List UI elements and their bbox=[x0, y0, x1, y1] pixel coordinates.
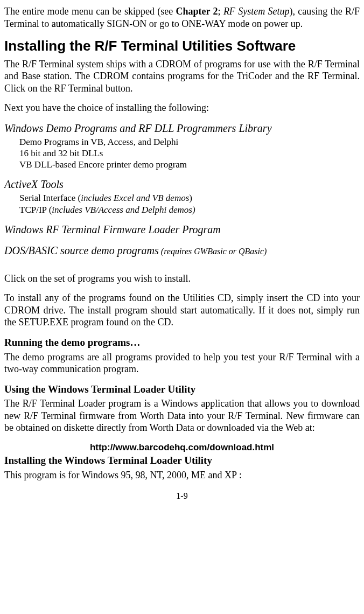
using-para: The R/F Terminal Loader program is a Win… bbox=[4, 397, 360, 434]
intro-semi: ; bbox=[218, 6, 223, 17]
win-demo-item: VB DLL-based Encore printer demo program bbox=[19, 159, 360, 170]
click-para: Click on the set of programs you wish to… bbox=[4, 273, 360, 285]
install-cd-para: To install any of the programs found on … bbox=[4, 292, 360, 329]
intro-text-pre: The entire mode menu can be skipped (see bbox=[4, 6, 176, 17]
running-title: Running the demo programs… bbox=[4, 336, 360, 349]
dosbasic-heading: DOS/BASIC source demo programs (requires… bbox=[4, 244, 360, 257]
activex-pre: Serial Interface ( bbox=[19, 193, 81, 203]
installing-para: The R/F Terminal system ships with a CDR… bbox=[4, 58, 360, 95]
next-choice-para: Next you have the choice of installing t… bbox=[4, 102, 360, 114]
activex-ital: includes VB/Access and Delphi demos) bbox=[52, 205, 195, 215]
dosbasic-main: DOS/BASIC source demo programs bbox=[4, 245, 159, 256]
installing-title: Installing the R/F Terminal Utilities So… bbox=[4, 37, 360, 55]
win-demo-item: 16 bit and 32 bit DLLs bbox=[19, 148, 360, 159]
intro-rf-setup-ital: RF System Setup bbox=[223, 6, 290, 17]
intro-paragraph: The entire mode menu can be skipped (see… bbox=[4, 5, 360, 30]
activex-post: ) bbox=[189, 193, 192, 203]
activex-item: Serial Interface (includes Excel and VB … bbox=[19, 192, 360, 204]
win-demo-item: Demo Programs in VB, Access, and Delphi bbox=[19, 136, 360, 148]
running-para: The demo programs are all programs provi… bbox=[4, 351, 360, 375]
using-title: Using the Windows Terminal Loader Utilit… bbox=[4, 383, 360, 396]
installing-loader-title: Installing the Windows Terminal Loader U… bbox=[4, 454, 360, 467]
activex-ital: includes Excel and VB demos bbox=[81, 193, 189, 203]
installing-loader-para: This program is for Windows 95, 98, NT, … bbox=[4, 469, 360, 482]
activex-pre: TCP/IP ( bbox=[19, 205, 52, 215]
intro-chapter-bold: Chapter 2 bbox=[176, 6, 218, 17]
page-number: 1-9 bbox=[4, 491, 360, 501]
firmware-heading: Windows RF Terminal Firmware Loader Prog… bbox=[4, 223, 360, 236]
activex-heading: ActiveX Tools bbox=[4, 178, 360, 191]
dosbasic-paren: (requires GWBasic or QBasic) bbox=[159, 247, 267, 256]
download-url: http://www.barcodehq.com/download.html bbox=[4, 442, 360, 453]
activex-item: TCP/IP (includes VB/Access and Delphi de… bbox=[19, 204, 360, 215]
windows-demo-heading: Windows Demo Programs and RF DLL Program… bbox=[4, 122, 360, 135]
